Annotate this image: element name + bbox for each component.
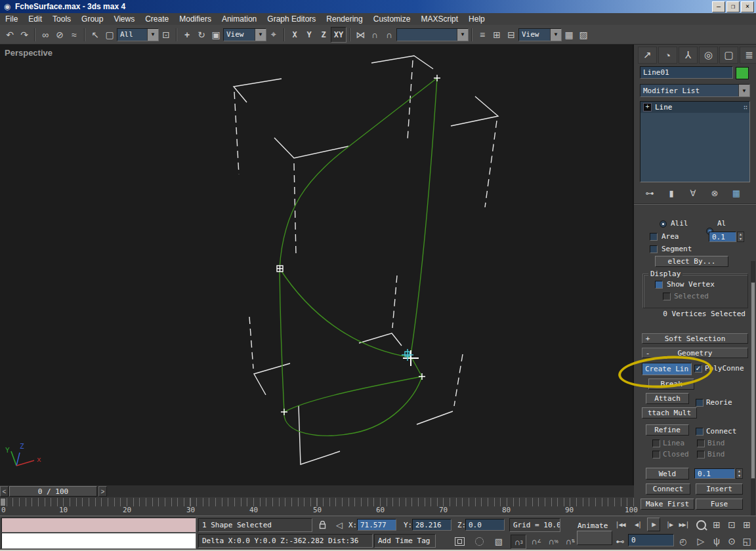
close-button[interactable]: ×: [741, 1, 754, 12]
spinner-up-icon[interactable]: ▴: [738, 232, 744, 237]
menu-customize[interactable]: Customize: [368, 14, 416, 24]
play-button[interactable]: ▶: [647, 518, 660, 531]
window-crossing-toggle-icon[interactable]: [452, 535, 467, 548]
menu-help[interactable]: Help: [463, 14, 490, 24]
select-and-move-icon[interactable]: +: [180, 28, 194, 42]
hierarchy-tab[interactable]: ⅄: [679, 47, 698, 64]
weld-threshold-field[interactable]: 0.1: [694, 468, 735, 479]
stack-item-line[interactable]: + Line ∷: [640, 102, 749, 113]
spinner-snap-icon[interactable]: ∩⇅: [563, 535, 578, 548]
restrict-xy-plane-button[interactable]: XY: [331, 27, 346, 43]
fuse-button[interactable]: Fuse: [696, 499, 743, 510]
arc-rotate-icon[interactable]: ⊙: [724, 535, 739, 548]
make-first-button[interactable]: Make First: [640, 499, 694, 510]
linear-checkbox[interactable]: [652, 439, 660, 447]
spinner-down-icon[interactable]: ▾: [738, 237, 744, 241]
time-slider-prev-button[interactable]: <: [0, 486, 9, 497]
reorient-checkbox[interactable]: [696, 399, 704, 407]
use-pivot-point-icon[interactable]: ⌖: [266, 28, 281, 42]
go-to-start-button[interactable]: |◀◀: [612, 518, 628, 531]
time-slider-next-button[interactable]: >: [98, 486, 107, 497]
redo-icon[interactable]: ↷: [17, 28, 32, 42]
window-crossing-icon[interactable]: ⊡: [159, 28, 173, 42]
spinner-down-icon[interactable]: ▾: [736, 474, 742, 478]
show-end-result-icon[interactable]: ▮: [663, 186, 679, 199]
current-frame-field[interactable]: 0: [628, 534, 674, 546]
add-time-tag[interactable]: Add Time Tag: [374, 534, 436, 548]
menu-create[interactable]: Create: [140, 14, 174, 24]
area-spinner[interactable]: ▴ ▾: [737, 232, 744, 242]
attach-mult-button[interactable]: ttach Mult: [642, 407, 697, 418]
polyconnect-checkbox[interactable]: ✓: [694, 365, 702, 373]
select-and-rotate-icon[interactable]: ↻: [194, 28, 209, 42]
selected-checkbox[interactable]: [663, 293, 671, 300]
zoom-icon[interactable]: [694, 518, 708, 531]
viewport-label[interactable]: Perspective: [5, 48, 52, 58]
menu-views[interactable]: Views: [108, 14, 140, 24]
object-color-swatch[interactable]: [736, 67, 749, 79]
soft-selection-rollout[interactable]: + Soft Selection: [642, 333, 748, 344]
utilities-tab[interactable]: ≣: [740, 47, 756, 64]
lock-selection-icon[interactable]: [315, 518, 329, 532]
menu-modifiers[interactable]: Modifiers: [174, 14, 217, 24]
field-of-view-icon[interactable]: ▷: [694, 535, 708, 548]
break-button[interactable]: Break: [648, 378, 694, 390]
menu-maxscript[interactable]: MAXScript: [415, 14, 463, 24]
radio-alike[interactable]: [660, 220, 667, 228]
y-coordinate-field[interactable]: 28.216: [412, 519, 452, 531]
selection-lock-region-icon[interactable]: [471, 535, 487, 548]
menu-file[interactable]: File: [0, 14, 23, 24]
connect-checkbox[interactable]: [696, 428, 704, 436]
dropdown-arrow-icon[interactable]: ▼: [550, 29, 561, 41]
panel-scrollbar-thumb[interactable]: [751, 282, 755, 479]
restrict-z-button[interactable]: Z: [316, 28, 331, 42]
select-and-scale-icon[interactable]: ▣: [209, 28, 223, 42]
animate-button[interactable]: [577, 531, 612, 545]
menu-tools[interactable]: Tools: [47, 14, 76, 24]
align-icon[interactable]: ≡: [475, 28, 490, 42]
pin-stack-icon[interactable]: ⊶: [642, 186, 658, 199]
restore-button[interactable]: ❐: [726, 1, 740, 12]
create-line-button[interactable]: Create Lin: [642, 363, 692, 375]
zoom-extents-icon[interactable]: ⊡: [724, 518, 739, 531]
expand-icon[interactable]: +: [643, 103, 652, 112]
remove-modifier-icon[interactable]: ⊗: [707, 186, 723, 199]
weld-spinner[interactable]: ▴ ▾: [736, 468, 743, 479]
maxscript-mini-listener[interactable]: [1, 533, 196, 549]
make-unique-icon[interactable]: ∀: [685, 186, 701, 199]
perspective-viewport[interactable]: Y Z x: [0, 45, 634, 485]
bind-last-checkbox[interactable]: [697, 451, 705, 459]
show-vertex-checkbox[interactable]: [655, 281, 663, 289]
open-track-view-icon[interactable]: ⊞: [490, 28, 504, 42]
menu-group[interactable]: Group: [76, 14, 108, 24]
unlink-selection-icon[interactable]: ⊘: [52, 28, 67, 42]
dropdown-arrow-icon[interactable]: ▼: [255, 29, 266, 41]
restrict-x-button[interactable]: X: [287, 28, 302, 42]
view-combo[interactable]: View ▼: [518, 28, 562, 41]
mirror-icon[interactable]: ⋈: [353, 28, 368, 42]
refine-button[interactable]: Refine: [646, 424, 689, 436]
zoom-all-icon[interactable]: ⊞: [709, 518, 724, 531]
display-tab[interactable]: ▢: [719, 47, 738, 64]
render-scene-icon[interactable]: ▦: [562, 28, 576, 42]
x-coordinate-field[interactable]: 71.577: [357, 519, 396, 531]
time-configuration-icon[interactable]: ◴: [677, 535, 690, 548]
menu-edit[interactable]: Edit: [23, 14, 47, 24]
percent-snap-icon[interactable]: ∩%: [546, 535, 560, 548]
select-by-button[interactable]: elect By...: [655, 256, 728, 267]
area-checkbox[interactable]: [650, 233, 658, 241]
menu-rendering[interactable]: Rendering: [321, 14, 368, 24]
next-frame-button[interactable]: |▶: [662, 518, 677, 531]
angle-snap-icon[interactable]: ∩: [382, 28, 396, 42]
selection-region-icon[interactable]: ▢: [102, 28, 117, 42]
connect-button[interactable]: Connect: [646, 483, 690, 495]
menu-animation[interactable]: Animation: [217, 14, 262, 24]
degradation-override-icon[interactable]: ▧: [491, 535, 507, 548]
motion-tab[interactable]: ◎: [699, 47, 718, 64]
reference-coordinate-combo[interactable]: View ▼: [223, 28, 266, 41]
spinner-up-icon[interactable]: ▴: [736, 469, 742, 474]
restrict-y-button[interactable]: Y: [302, 28, 316, 42]
select-object-icon[interactable]: ↖: [88, 28, 102, 42]
insert-button[interactable]: Insert: [696, 483, 743, 495]
modify-tab[interactable]: ◔: [658, 47, 677, 64]
